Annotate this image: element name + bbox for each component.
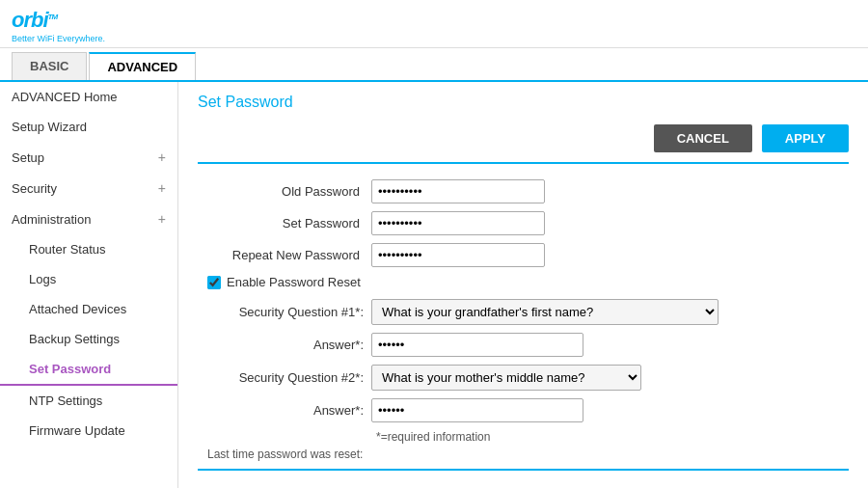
header: orbiTM Better WiFi Everywhere.: [0, 0, 868, 48]
security-q1-label: Security Question #1*:: [198, 305, 371, 319]
sidebar-item-router-status[interactable]: Router Status: [0, 234, 177, 264]
sidebar-item-setup-wizard[interactable]: Setup Wizard: [0, 112, 177, 142]
tab-advanced[interactable]: ADVANCED: [89, 52, 196, 80]
page-title: Set Password: [198, 94, 849, 111]
tab-bar: BASIC ADVANCED: [0, 52, 868, 82]
security-q2-select[interactable]: What is your mother's middle name? What …: [371, 365, 641, 391]
answer2-input[interactable]: [371, 398, 583, 422]
sidebar-item-advanced-home[interactable]: ADVANCED Home: [0, 82, 177, 112]
logo-tagline: Better WiFi Everywhere.: [12, 34, 856, 43]
cancel-button[interactable]: CANCEL: [654, 124, 752, 152]
security-q2-row: Security Question #2*: What is your moth…: [198, 365, 849, 391]
sidebar-item-setup[interactable]: Setup +: [0, 142, 177, 173]
security-expand-icon: +: [158, 180, 166, 196]
repeat-password-input[interactable]: [371, 243, 545, 267]
answer2-row: Answer*:: [198, 398, 849, 422]
layout: ADVANCED Home Setup Wizard Setup + Secur…: [0, 82, 868, 488]
old-password-input[interactable]: [371, 179, 545, 203]
old-password-row: Old Password: [198, 179, 849, 203]
set-password-form: Old Password Set Password Repeat New Pas…: [198, 179, 849, 471]
logo-name: orbi: [12, 8, 48, 32]
security-q1-row: Security Question #1*: What is your gran…: [198, 299, 849, 325]
sidebar-item-firmware-update[interactable]: Firmware Update: [0, 416, 177, 446]
answer1-input[interactable]: [371, 333, 583, 357]
set-password-label: Set Password: [198, 216, 371, 230]
security-q1-select[interactable]: What is your grandfather's first name? W…: [371, 299, 719, 325]
answer2-label: Answer*:: [198, 403, 371, 418]
sidebar-item-security[interactable]: Security +: [0, 173, 177, 203]
enable-password-reset-checkbox[interactable]: [207, 276, 221, 289]
bottom-divider: [198, 469, 849, 471]
answer1-label: Answer*:: [198, 338, 371, 352]
apply-button[interactable]: APPLY: [762, 124, 849, 152]
sidebar-item-attached-devices[interactable]: Attached Devices: [0, 294, 177, 324]
old-password-label: Old Password: [198, 184, 371, 199]
repeat-password-label: Repeat New Password: [198, 248, 371, 262]
sidebar-item-backup-settings[interactable]: Backup Settings: [0, 324, 177, 354]
sidebar-item-ntp-settings[interactable]: NTP Settings: [0, 386, 177, 416]
setup-expand-icon: +: [158, 149, 166, 165]
enable-password-reset-label[interactable]: Enable Password Reset: [227, 275, 361, 289]
set-password-row: Set Password: [198, 211, 849, 235]
sidebar: ADVANCED Home Setup Wizard Setup + Secur…: [0, 82, 178, 488]
logo: orbiTM: [12, 8, 856, 33]
administration-expand-icon: +: [158, 211, 166, 227]
action-bar: CANCEL APPLY: [198, 119, 849, 164]
main-content: Set Password CANCEL APPLY Old Password S…: [178, 82, 868, 488]
answer1-row: Answer*:: [198, 333, 849, 357]
security-q2-label: Security Question #2*:: [198, 370, 371, 385]
logo-tm: TM: [48, 13, 58, 21]
last-reset-text: Last time password was reset:: [207, 447, 849, 461]
set-password-input[interactable]: [371, 211, 545, 235]
logo-text: orbiTM: [12, 8, 57, 33]
tab-basic[interactable]: BASIC: [12, 52, 87, 80]
sidebar-item-logs[interactable]: Logs: [0, 264, 177, 294]
repeat-password-row: Repeat New Password: [198, 243, 849, 267]
sidebar-item-set-password[interactable]: Set Password: [0, 354, 177, 386]
required-note: *=required information: [376, 430, 849, 444]
enable-password-reset-row: Enable Password Reset: [207, 275, 849, 289]
sidebar-item-administration[interactable]: Administration +: [0, 203, 177, 234]
